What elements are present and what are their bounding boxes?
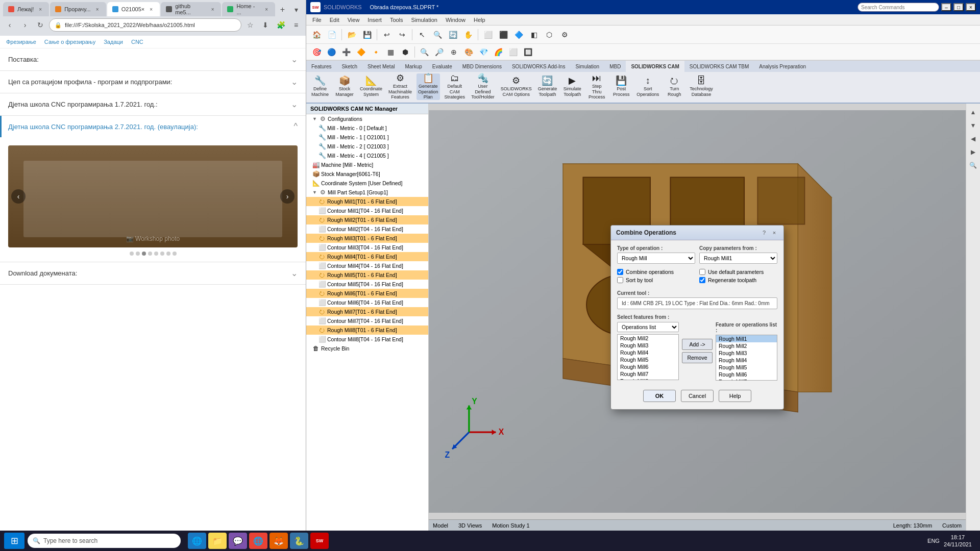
listbox-item-rough5[interactable]: Rough Mill5 <box>618 356 678 363</box>
operations-listbox[interactable]: Rough Mill1 Rough Mill2 Rough Mill3 Roug… <box>716 335 777 381</box>
tree-item-contour1[interactable]: ⬜ Contour Mill1[T04 - 16 Flat End] <box>306 206 428 215</box>
web-nav-link-cnc[interactable]: CNC <box>131 39 143 45</box>
toolbar-view2[interactable]: ⬛ <box>496 28 510 41</box>
ops-listbox-item-rough5[interactable]: Rough Mill5 <box>716 364 777 371</box>
ribbon-default-cam[interactable]: 🗂 DefaultCAMStrategies <box>443 73 467 100</box>
carousel-dot-7[interactable] <box>166 252 170 256</box>
toolbar-r2-14[interactable]: ⬜ <box>506 45 520 59</box>
tab-solidworks-cam[interactable]: SOLIDWORKS CAM <box>626 61 684 72</box>
cancel-button[interactable]: Cancel <box>681 390 714 402</box>
carousel-dot-8[interactable] <box>173 252 177 256</box>
carousel-right-arrow[interactable]: › <box>280 189 295 204</box>
ops-listbox-item-rough2[interactable]: Rough Mill2 <box>716 342 777 349</box>
ribbon-sort-operations[interactable]: ↕ SortOperations <box>635 73 660 100</box>
side-panel-btn-1[interactable]: ▲ <box>968 107 979 118</box>
dialog-help-icon[interactable]: ? <box>760 229 768 237</box>
search-commands-input[interactable] <box>857 3 939 12</box>
tab-close[interactable]: × <box>148 6 155 13</box>
checkbox-regenerate[interactable]: Regenerate toolpath <box>699 277 777 283</box>
toolbar-r2-9[interactable]: 🔎 <box>432 45 446 59</box>
accordion-header-2[interactable]: Цеп са ротацијом профила - програм и под… <box>0 71 306 93</box>
ops-listbox-item-rough7[interactable]: Rough Mill7 <box>716 378 777 381</box>
new-tab-button[interactable]: + <box>276 3 289 16</box>
listbox-item-rough6[interactable]: Rough Mill6 <box>618 363 678 370</box>
tree-item-contour4[interactable]: ⬜ Contour Mill4[T04 - 16 Flat End] <box>306 261 428 270</box>
add-button[interactable]: Add -> <box>682 339 713 350</box>
toolbar-open[interactable]: 📂 <box>345 28 359 41</box>
toolbar-zoom[interactable]: 🔍 <box>430 28 445 41</box>
tab-features[interactable]: Features <box>306 61 336 72</box>
web-nav-link-zadaci[interactable]: Задаци <box>104 39 123 45</box>
side-panel-btn-2[interactable]: ▼ <box>968 120 979 131</box>
accordion-header-1[interactable]: Поставка: ⌄ <box>0 48 306 70</box>
back-button[interactable]: ‹ <box>3 18 16 32</box>
tree-item-rough6[interactable]: ⭮ Rough Mill6[T01 - 6 Flat End] <box>306 289 428 298</box>
tab-close[interactable]: × <box>263 6 270 13</box>
toolbar-r2-7[interactable]: ⬢ <box>398 45 412 59</box>
browser-tab-github[interactable]: github me5... × <box>161 2 221 16</box>
tree-item-machine[interactable]: 🏭 Machine [Mill - Metric] <box>306 160 428 169</box>
tree-item-contour6[interactable]: ⬜ Contour Mill6[T04 - 16 Flat End] <box>306 298 428 307</box>
toolbar-rotate[interactable]: 🔄 <box>446 28 460 41</box>
carousel-dot-2[interactable] <box>136 252 140 256</box>
browser-tab-home[interactable]: Home - ... × <box>222 2 275 16</box>
toolbar-r2-1[interactable]: 🎯 <box>309 45 324 59</box>
tab-simulation[interactable]: Simulation <box>570 61 604 72</box>
listbox-item-rough7[interactable]: Rough Mill7 <box>618 370 678 378</box>
tree-item-rough1[interactable]: ⭮ Rough Mill1[T01 - 6 Flat End] <box>306 197 428 206</box>
tree-item-configurations[interactable]: ▼ ⚙ Configurations <box>306 114 428 123</box>
accordion-header-3[interactable]: Дjетна школа CNC програмирања 1.7.2021. … <box>0 93 306 115</box>
tab-sw-cam-tbm[interactable]: SOLIDWORKS CAM TBM <box>684 61 754 72</box>
listbox-item-rough2[interactable]: Rough Mill2 <box>618 335 678 342</box>
tree-item-recycle[interactable]: 🗑 Recycle Bin <box>306 344 428 353</box>
tree-item-contour8[interactable]: ⬜ Contour Mill8[T04 - 16 Flat End] <box>306 335 428 344</box>
taskbar-app-chrome[interactable]: 🌐 <box>249 533 267 549</box>
toolbar-new[interactable]: 📄 <box>325 28 339 41</box>
dialog-close-icon[interactable]: × <box>770 229 778 237</box>
tab-sheet-metal[interactable]: Sheet Metal <box>362 61 400 72</box>
download-header[interactable]: Download докумената: ⌄ <box>0 262 306 284</box>
carousel-dot-1[interactable] <box>130 252 134 256</box>
ribbon-coordinate-system[interactable]: 📐 CoordinateSystem <box>358 73 384 100</box>
tab-sw-addins[interactable]: SOLIDWORKS Add-Ins <box>507 61 570 72</box>
toolbar-select[interactable]: ↖ <box>415 28 429 41</box>
tree-item-rough4[interactable]: ⭮ Rough Mill4[T01 - 6 Flat End] <box>306 252 428 261</box>
toolbar-view3[interactable]: 🔷 <box>511 28 526 41</box>
download-button[interactable]: ⬇ <box>259 18 272 32</box>
accordion-header-4[interactable]: Дjетна школа CNC програмирања 2.7.2021. … <box>0 116 306 137</box>
ok-button[interactable]: OK <box>643 390 676 402</box>
ribbon-generate-toolpath[interactable]: 🔄 GenerateToolpath <box>536 73 559 100</box>
tree-item-stock[interactable]: 📦 Stock Manager[6061-T6] <box>306 169 428 179</box>
toolbar-r2-4[interactable]: 🔶 <box>354 45 368 59</box>
settings-button[interactable]: ≡ <box>289 18 303 32</box>
toolbar-redo[interactable]: ↪ <box>395 28 409 41</box>
extensions-button[interactable]: 🧩 <box>274 18 287 32</box>
listbox-item-rough3[interactable]: Rough Mill3 <box>618 342 678 349</box>
remove-button[interactable]: Remove <box>682 352 713 363</box>
browser-tab-proracu[interactable]: Прорачу... × <box>50 2 106 16</box>
carousel-dot-6[interactable] <box>160 252 164 256</box>
ribbon-technology-database[interactable]: 🗄 TechnologyDatabase <box>688 73 715 100</box>
ribbon-define-machine[interactable]: 🔧 DefineMachine <box>309 73 331 100</box>
ops-listbox-item-rough4[interactable]: Rough Mill4 <box>716 357 777 364</box>
tree-item-config-o21005[interactable]: 🔧 Mill - Metric - 4 [ O21005 ] <box>306 151 428 160</box>
default-params-checkbox[interactable] <box>699 269 705 275</box>
web-nav-link-frezeranje[interactable]: Фрезирање <box>6 39 36 45</box>
tab-close[interactable]: × <box>94 6 101 13</box>
refresh-button[interactable]: ↻ <box>34 18 47 32</box>
taskbar-app-firefox[interactable]: 🦊 <box>270 533 288 549</box>
toolbar-view1[interactable]: ⬜ <box>481 28 495 41</box>
tree-item-contour5[interactable]: ⬜ Contour Mill5[T04 - 16 Flat End] <box>306 280 428 289</box>
browser-tab-lezaj[interactable]: Лежај! × <box>3 2 49 16</box>
carousel-dot-5[interactable] <box>154 252 158 256</box>
menu-help[interactable]: Help <box>470 16 489 24</box>
taskbar-app-python[interactable]: 🐍 <box>290 533 308 549</box>
dialog-type-select[interactable]: Rough Mill <box>617 253 695 264</box>
toolbar-r2-12[interactable]: 💎 <box>476 45 491 59</box>
toolbar-r2-3[interactable]: ➕ <box>339 45 353 59</box>
tree-item-rough8[interactable]: ⭮ Rough Mill8[T01 - 6 Flat End] <box>306 325 428 335</box>
side-panel-btn-5[interactable]: 🔍 <box>968 160 979 171</box>
side-panel-btn-3[interactable]: ◀ <box>968 133 979 144</box>
ribbon-generate-op-plan[interactable]: 📋 GenerateOperationPlan <box>416 73 440 100</box>
combine-checkbox[interactable] <box>617 269 623 275</box>
